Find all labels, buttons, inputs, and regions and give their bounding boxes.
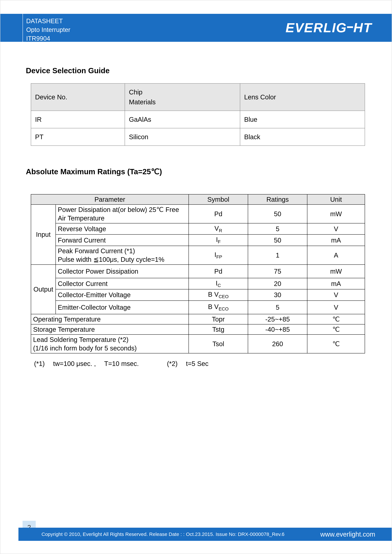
table-row: Forward Current IF 50 mA (31, 235, 365, 246)
cell-rating: -25~+85 (248, 314, 307, 324)
group-output: Output (31, 265, 56, 314)
cell-unit: ℃ (307, 324, 365, 334)
col-unit: Unit (307, 194, 365, 205)
symbol-main: V (215, 225, 219, 232)
table-row: IR GaAlAs Blue (31, 111, 365, 128)
header-info-block: DATASHEET Opto Interrupter ITR9904 (22, 14, 85, 42)
cell-rating: 5 (248, 301, 307, 314)
cell-device-no: PT (31, 128, 125, 145)
page-container: DATASHEET Opto Interrupter ITR9904 EVERL… (0, 0, 392, 554)
footer-bar: Copyright © 2010, Everlight All Rights R… (18, 528, 392, 541)
cell-unit: mA (307, 278, 365, 289)
note-1-t: T=10 msec. (104, 360, 139, 367)
cell-unit: V (307, 289, 365, 300)
cell-unit: mW (307, 205, 365, 223)
symbol-sub: R (219, 228, 222, 233)
group-input: Input (31, 205, 56, 265)
table-row: Lead Soldering Temperature (*2) (1/16 in… (31, 334, 365, 353)
cell-lens-color: Blue (240, 111, 365, 128)
symbol-main: B V (208, 303, 218, 310)
table-row: PT Silicon Black (31, 128, 365, 145)
table-row: Reverse Voltage VR 5 V (31, 223, 365, 235)
col-symbol: Symbol (189, 194, 248, 205)
cell-param: Storage Temperature (31, 324, 189, 334)
device-selection-table: Device No. Chip Materials Lens Color IR … (31, 83, 365, 146)
cell-chip-materials: Silicon (125, 128, 240, 145)
symbol-sub: F (218, 239, 221, 244)
table-row: Collector Current IC 20 mA (31, 278, 365, 289)
table-row: Input Power Dissipation at(or below) 25℃… (31, 205, 365, 223)
symbol-sub: ECO (219, 306, 229, 312)
cell-rating: 260 (248, 334, 307, 353)
absolute-max-ratings-table: Parameter Symbol Ratings Unit Input Powe… (31, 194, 365, 353)
brand-text-part1: EVERLIG (286, 20, 347, 35)
table-row: Operating Temperature Topr -25~+85 ℃ (31, 314, 365, 324)
table-row: Peak Forward Current (*1) Pulse width ≦1… (31, 246, 365, 265)
note-1-tw: tw=100 μsec. , (53, 360, 96, 367)
note-2-t: t=5 Sec (186, 360, 209, 367)
brand-logo: EVERLIGHT (286, 20, 372, 35)
table-header-row: Parameter Symbol Ratings Unit (31, 194, 365, 205)
cell-param: Forward Current (56, 235, 189, 246)
brand-dash-icon (347, 26, 353, 28)
table-header-row: Device No. Chip Materials Lens Color (31, 83, 365, 111)
table-row: Output Collector Power Dissipation Pd 75… (31, 265, 365, 278)
cell-rating: 75 (248, 265, 307, 278)
cell-symbol: Topr (189, 314, 248, 324)
symbol-sub: FP (216, 254, 222, 259)
cell-unit: A (307, 246, 365, 265)
symbol-sub: C (217, 283, 221, 288)
symbol-main: I (215, 251, 216, 258)
cell-param: Collector-Emitter Voltage (56, 289, 189, 300)
cell-unit: V (307, 301, 365, 314)
cell-param: Collector Current (56, 278, 189, 289)
cell-symbol: Pd (189, 205, 248, 223)
col-ratings: Ratings (248, 194, 307, 205)
note-2-marker: (*2) (167, 360, 177, 367)
cell-symbol: IFP (189, 246, 248, 265)
main-content: Device Selection Guide Device No. Chip M… (26, 66, 366, 367)
cell-symbol: IF (189, 235, 248, 246)
cell-param: Lead Soldering Temperature (*2) (1/16 in… (31, 334, 189, 353)
symbol-main: I (216, 236, 218, 243)
cell-symbol: B VCEO (189, 289, 248, 300)
cell-rating: 5 (248, 223, 307, 235)
cell-param: Operating Temperature (31, 314, 189, 324)
cell-lens-color: Black (240, 128, 365, 145)
cell-rating: 1 (248, 246, 307, 265)
table-row: Emitter-Collector Voltage B VECO 5 V (31, 301, 365, 314)
cell-device-no: IR (31, 111, 125, 128)
cell-param: Reverse Voltage (56, 223, 189, 235)
cell-chip-materials: GaAlAs (125, 111, 240, 128)
cell-symbol: Tsol (189, 334, 248, 353)
footer-copyright: Copyright © 2010, Everlight All Rights R… (42, 532, 320, 537)
footer-url: www.everlight.com (320, 531, 375, 538)
note-1-marker: (*1) (34, 360, 45, 367)
cell-symbol: B VECO (189, 301, 248, 314)
cell-unit: mA (307, 235, 365, 246)
table-row: Collector-Emitter Voltage B VCEO 30 V (31, 289, 365, 300)
cell-param: Collector Power Dissipation (56, 265, 189, 278)
col-device-no: Device No. (31, 83, 125, 111)
table-row: Storage Temperature Tstg -40~+85 ℃ (31, 324, 365, 334)
footnotes: (*1) tw=100 μsec. , T=10 msec. (*2) t=5 … (34, 360, 366, 367)
header-brand-area: EVERLIGHT (108, 14, 392, 42)
brand-text-part2: HT (353, 20, 372, 35)
symbol-main: B V (208, 291, 218, 298)
cell-symbol: Pd (189, 265, 248, 278)
cell-rating: 30 (248, 289, 307, 300)
section-title-absolute-max: Absolute Maximum Ratings (Ta=25℃) (26, 167, 366, 176)
cell-param: Peak Forward Current (*1) Pulse width ≦1… (56, 246, 189, 265)
cell-symbol: VR (189, 223, 248, 235)
symbol-sub: CEO (219, 294, 229, 299)
header-line-datasheet: DATASHEET (26, 17, 82, 26)
cell-unit: ℃ (307, 334, 365, 353)
cell-rating: 50 (248, 235, 307, 246)
header-line-partno: ITR9904 (26, 34, 82, 43)
cell-rating: 20 (248, 278, 307, 289)
col-chip-materials: Chip Materials (125, 83, 240, 111)
cell-param: Power Dissipation at(or below) 25℃ Free … (56, 205, 189, 223)
col-parameter: Parameter (31, 194, 189, 205)
section-title-device-selection: Device Selection Guide (26, 66, 366, 75)
header-line-product: Opto Interrupter (26, 26, 82, 34)
